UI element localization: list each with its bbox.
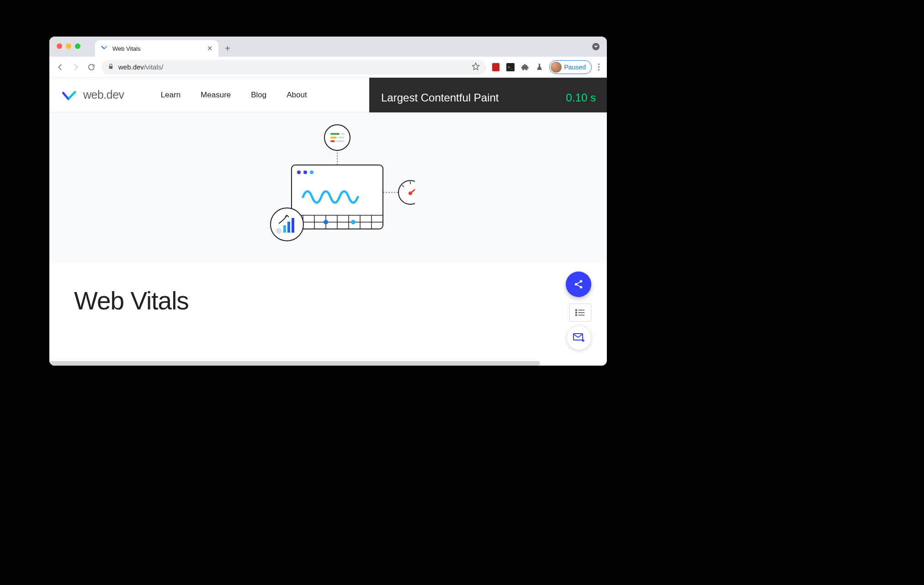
svg-rect-20 <box>330 137 337 138</box>
mail-plus-icon <box>573 333 585 342</box>
svg-rect-21 <box>338 137 345 138</box>
extension-2-icon[interactable] <box>505 62 515 72</box>
share-icon <box>574 279 584 289</box>
address-bar[interactable]: web.dev/vitals/ <box>101 60 486 74</box>
url-text: web.dev/vitals/ <box>118 63 163 71</box>
logo-text: web.dev <box>83 88 124 101</box>
svg-point-17 <box>324 125 350 150</box>
window-close-button[interactable] <box>57 43 62 49</box>
svg-point-15 <box>351 220 356 224</box>
vitals-value: 0.10 s <box>566 91 596 104</box>
tab-bar: Web Vitals ✕ + <box>49 37 607 57</box>
share-fab[interactable] <box>566 271 591 297</box>
lock-icon <box>108 63 114 71</box>
window-traffic-lights <box>57 43 80 49</box>
hero-illustration <box>241 119 415 256</box>
svg-rect-34 <box>287 222 290 233</box>
page-title: Web Vitals <box>74 286 582 315</box>
svg-rect-23 <box>336 140 345 142</box>
svg-point-3 <box>303 170 307 174</box>
forward-button[interactable] <box>70 62 81 73</box>
tab-title: Web Vitals <box>112 45 202 52</box>
reload-button[interactable] <box>86 62 97 73</box>
extensions-puzzle-icon[interactable] <box>520 62 530 72</box>
avatar-icon <box>551 62 562 73</box>
hero-section <box>49 112 607 263</box>
svg-point-2 <box>297 170 301 174</box>
favicon-icon <box>101 44 108 53</box>
svg-point-14 <box>324 220 328 224</box>
svg-point-37 <box>575 283 578 286</box>
list-icon <box>575 309 585 316</box>
labs-flask-icon[interactable] <box>535 62 545 72</box>
nav-measure[interactable]: Measure <box>201 90 231 100</box>
vitals-label: Largest Contentful Paint <box>381 91 499 104</box>
horizontal-scrollbar[interactable] <box>49 361 540 366</box>
back-button[interactable] <box>55 62 66 73</box>
svg-point-4 <box>310 170 313 174</box>
page-content: web.dev Learn Measure Blog About Search … <box>49 78 607 366</box>
svg-point-31 <box>271 208 303 241</box>
new-tab-button[interactable]: + <box>221 43 234 54</box>
window-minimize-button[interactable] <box>66 43 71 49</box>
tab-close-button[interactable]: ✕ <box>207 44 213 53</box>
profile-status: Paused <box>564 64 586 71</box>
nav-blog[interactable]: Blog <box>251 90 266 100</box>
svg-point-38 <box>580 286 583 289</box>
svg-point-36 <box>580 280 583 283</box>
site-logo[interactable]: web.dev <box>62 88 124 101</box>
svg-rect-35 <box>292 218 294 233</box>
profile-chip[interactable]: Paused <box>549 60 592 74</box>
extension-1-icon[interactable] <box>491 62 501 72</box>
url-bar: web.dev/vitals/ Paused <box>49 57 607 78</box>
browser-window: Web Vitals ✕ + web.dev/vitals/ Paused <box>49 37 607 366</box>
subscribe-fab[interactable] <box>567 325 591 350</box>
nav-about[interactable]: About <box>287 90 307 100</box>
svg-rect-33 <box>283 225 286 233</box>
browser-menu-button[interactable] <box>596 62 601 72</box>
bookmark-star-icon[interactable] <box>472 62 480 72</box>
svg-point-32 <box>276 228 281 234</box>
toc-button[interactable] <box>569 303 591 322</box>
svg-rect-18 <box>330 133 340 135</box>
content-section: Web Vitals <box>49 263 607 315</box>
tabs-dropdown-button[interactable] <box>592 43 600 50</box>
svg-rect-19 <box>341 133 345 135</box>
nav-learn[interactable]: Learn <box>161 90 181 100</box>
svg-point-43 <box>575 314 577 316</box>
svg-point-39 <box>575 309 577 311</box>
nav-links: Learn Measure Blog About <box>161 90 307 100</box>
browser-tab[interactable]: Web Vitals ✕ <box>95 40 218 57</box>
svg-point-41 <box>575 312 577 314</box>
window-maximize-button[interactable] <box>75 43 80 49</box>
vitals-row-lcp: Largest Contentful Paint 0.10 s <box>381 87 596 109</box>
svg-rect-22 <box>330 140 335 142</box>
